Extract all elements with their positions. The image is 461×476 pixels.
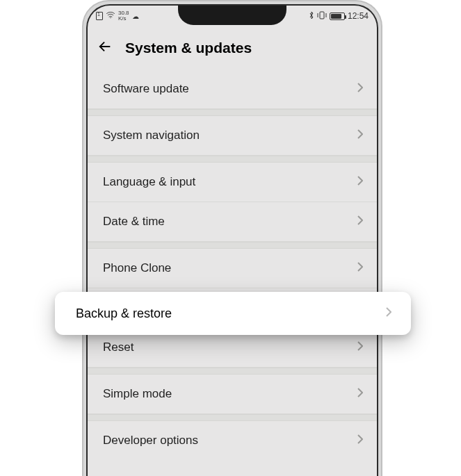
list-item-system-navigation[interactable]: System navigation <box>88 116 377 156</box>
chevron-right-icon <box>357 129 363 142</box>
chevron-right-icon <box>386 307 391 320</box>
list-item-label: System navigation <box>103 129 200 142</box>
chevron-right-icon <box>357 341 363 354</box>
vibrate-icon <box>317 11 327 21</box>
sim-icon <box>96 12 103 20</box>
chevron-right-icon <box>357 262 363 274</box>
cloud-icon: ☁ <box>132 13 139 20</box>
svg-point-0 <box>110 17 111 18</box>
phone-screen: 30.8K/s ☁ 12:54 System & updates <box>86 4 378 476</box>
chevron-right-icon <box>357 388 363 400</box>
chevron-right-icon <box>357 434 363 447</box>
svg-rect-1 <box>320 12 324 19</box>
list-item-label: Simple mode <box>103 387 172 401</box>
clock: 12:54 <box>348 11 369 21</box>
list-item-label: Backup & restore <box>76 306 172 321</box>
section-divider <box>88 368 377 375</box>
network-speed: 30.8K/s <box>118 10 129 22</box>
phone-frame: 30.8K/s ☁ 12:54 System & updates <box>82 0 382 476</box>
list-item-backup-restore[interactable]: Backup & restore <box>55 292 411 335</box>
list-item-developer-options[interactable]: Developer options <box>88 421 377 460</box>
chevron-right-icon <box>357 83 363 95</box>
section-divider <box>88 156 377 163</box>
section-divider <box>88 109 377 116</box>
list-item-phone-clone[interactable]: Phone Clone <box>88 249 377 288</box>
list-item-label: Language & input <box>103 175 195 189</box>
list-item-label: Phone Clone <box>103 261 171 275</box>
display-notch <box>178 4 286 25</box>
list-item-label: Software update <box>103 82 189 96</box>
section-divider <box>88 414 377 421</box>
list-item-label: Reset <box>103 340 134 354</box>
settings-list: Software update System navigation Langua… <box>88 69 377 460</box>
list-item-simple-mode[interactable]: Simple mode <box>88 375 377 414</box>
battery-icon <box>330 13 345 20</box>
chevron-right-icon <box>357 176 363 188</box>
chevron-right-icon <box>357 215 363 228</box>
wifi-icon <box>106 12 115 20</box>
list-item-label: Developer options <box>103 434 198 448</box>
bluetooth-icon <box>309 11 314 22</box>
page-header: System & updates <box>88 26 377 69</box>
list-item-software-update[interactable]: Software update <box>88 69 377 109</box>
page-title: System & updates <box>125 40 252 56</box>
list-item-date-time[interactable]: Date & time <box>88 202 377 242</box>
list-item-label: Date & time <box>103 215 165 229</box>
section-divider <box>88 242 377 249</box>
list-item-language-input[interactable]: Language & input <box>88 163 377 202</box>
back-icon[interactable] <box>97 39 113 57</box>
